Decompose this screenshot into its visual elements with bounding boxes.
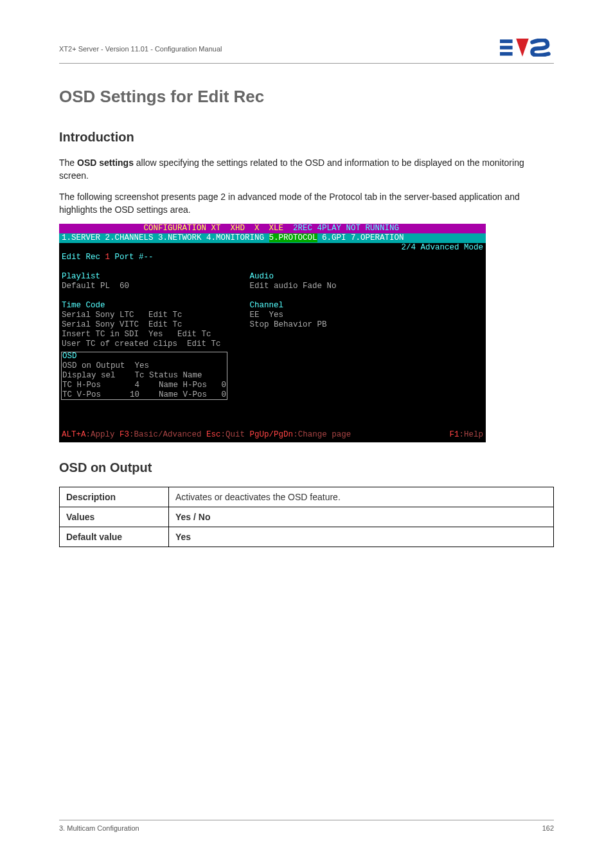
term-title-bar: CONFIGURATION XT XHD X XLE 2REC 4PLAY NO… (59, 224, 486, 233)
doc-title: XT2+ Server - Version 11.01 - Configurat… (59, 45, 222, 53)
label: OSD on Output (62, 361, 135, 370)
svg-rect-2 (500, 52, 513, 56)
advanced-mode-label: 2/4 Advanced Mode (401, 243, 483, 253)
config-label: CONFIGURATION XT XHD X XLE (62, 224, 293, 233)
label: EE (250, 311, 269, 320)
default-value: Yes (169, 527, 554, 547)
term-footer: ALT+A:Apply F3:Basic/Advanced Esc:Quit P… (59, 430, 486, 440)
page-footer: 3. Multicam Configuration 162 (59, 820, 554, 832)
table-row: Default value Yes (60, 527, 554, 547)
footer-page-number: 162 (542, 824, 554, 832)
text: :Quit (221, 430, 250, 439)
label: Insert TC in SDI (62, 330, 148, 339)
table-row: Values Yes / No (60, 507, 554, 527)
value: Yes (135, 361, 150, 370)
osd-on-output-table: Description Activates or deactivates the… (59, 487, 554, 547)
channel-head: Channel (250, 301, 284, 310)
tabs-pre: 1.SERVER 2.CHANNELS 3.NETWORK 4.MONITORI… (62, 233, 269, 242)
text: :Change page (293, 430, 351, 439)
values-label: Values (60, 507, 169, 527)
tab-protocol-active: 5.PROTOCOL (269, 233, 317, 242)
label: Display sel (62, 371, 135, 380)
osd-settings-bold: OSD settings (77, 158, 134, 168)
evs-logo (500, 39, 554, 59)
mode-line: 2/4 Advanced Mode (59, 243, 486, 253)
page-header: XT2+ Server - Version 11.01 - Configurat… (59, 39, 554, 64)
label: Serial Sony VITC (62, 320, 148, 329)
key: ALT+A (62, 430, 86, 439)
section-title: OSD Settings for Edit Rec (59, 87, 554, 107)
label: Stop Behavior (250, 320, 317, 329)
value: PB (317, 320, 327, 329)
tc-chan-heads: Time Code Channel (59, 301, 486, 311)
values-bold: Yes / No (175, 512, 210, 522)
footer-section: 3. Multicam Configuration (59, 824, 139, 832)
table-row: Description Activates or deactivates the… (60, 487, 554, 507)
port-number: 1 (105, 253, 111, 262)
term-tabs: 1.SERVER 2.CHANNELS 3.NETWORK 4.MONITORI… (59, 233, 486, 243)
label: TC H-Pos (62, 381, 135, 390)
svg-rect-1 (500, 46, 513, 50)
desc-value: Activates or deactivates the OSD feature… (169, 487, 554, 507)
terminal-screenshot: CONFIGURATION XT XHD X XLE 2REC 4PLAY NO… (59, 224, 486, 442)
label: TC V-Pos (62, 390, 130, 399)
audio-head: Audio (250, 272, 274, 281)
values-value: Yes / No (169, 507, 554, 527)
rec-status: 2REC 4PLAY NOT RUNNING (293, 224, 399, 233)
text: Edit Rec (62, 253, 105, 262)
introduction-heading: Introduction (59, 130, 554, 145)
label: Default PL (62, 282, 120, 291)
text: :Basic/Advanced (129, 430, 206, 439)
value: 0 (222, 390, 227, 399)
value: Tc Status Name (135, 371, 202, 380)
value: 4 (135, 381, 140, 390)
playlist-head: Playlist (62, 272, 100, 281)
label: Name H-Pos (139, 381, 222, 390)
svg-marker-3 (516, 39, 529, 57)
key: Esc (206, 430, 221, 439)
default-label: Default value (60, 527, 169, 547)
value: Yes (269, 311, 284, 320)
key: PgUp/PgDn (250, 430, 294, 439)
svg-rect-0 (500, 39, 513, 43)
value: Edit Tc (148, 311, 182, 320)
value: Edit Tc (148, 320, 182, 329)
intro-paragraph-2: The following screenshot presents page 2… (59, 190, 554, 217)
osd-head: OSD (62, 352, 77, 361)
spacer (163, 330, 178, 339)
value: 60 (120, 282, 129, 291)
value: No (327, 282, 337, 291)
default-bold: Yes (175, 532, 191, 542)
key: F3 (120, 430, 129, 439)
intro-paragraph-1: The OSD settings allow specifying the se… (59, 156, 554, 183)
desc-label: Description (60, 487, 169, 507)
label: Serial Sony LTC (62, 311, 148, 320)
text: The (59, 158, 77, 168)
value: Edit Tc (187, 339, 221, 348)
label: User TC of created clips (62, 339, 187, 348)
value: Yes (148, 330, 163, 339)
key: F1 (449, 430, 459, 439)
timecode-head: Time Code (62, 301, 105, 310)
text: :Help (459, 430, 483, 439)
value: 0 (222, 381, 227, 390)
label: Edit audio Fade (250, 282, 327, 291)
tabs-post: 6.GPI 7.OPERATION (317, 233, 404, 242)
default-pl-row: Default PL 60 Edit audio Fade No (59, 282, 486, 291)
playlist-audio-row: Playlist Audio (59, 272, 486, 282)
port-line: Edit Rec 1 Port #-- (59, 253, 486, 262)
value: Edit Tc (177, 330, 211, 339)
label: Name V-Pos (139, 390, 222, 399)
text: :Apply (86, 430, 120, 439)
text: Port #-- (110, 253, 154, 262)
osd-on-output-heading: OSD on Output (59, 460, 554, 475)
value: 10 (130, 390, 139, 399)
osd-box-wrapper: OSD OSD on Output Yes Display sel Tc Sta… (59, 352, 486, 401)
